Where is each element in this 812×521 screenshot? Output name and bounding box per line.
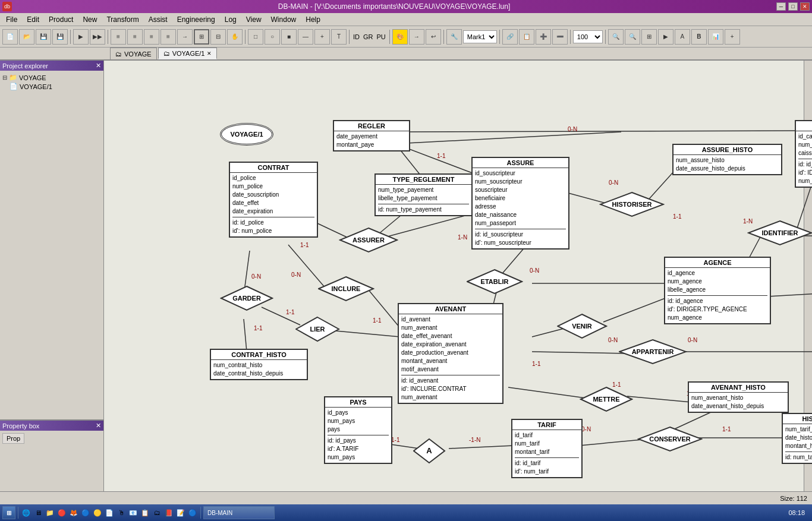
taskbar-icon-10[interactable]: 📧 xyxy=(128,507,139,518)
attr-id-avenant: id_avenant xyxy=(401,315,500,324)
diagram-canvas[interactable]: 0-N 1-1 1-N 0-N 0-N 1-1 0-N 1-1 1-1 1-1 … xyxy=(104,61,812,491)
menu-new[interactable]: New xyxy=(78,13,102,26)
mark-select[interactable]: Mark1 xyxy=(463,30,497,43)
entity-avenant-histo[interactable]: AVENANT_HISTO num_avenant_histo date_ave… xyxy=(688,381,789,413)
line-tool[interactable]: — xyxy=(298,29,313,45)
taskbar-icon-7[interactable]: 🟡 xyxy=(92,507,103,518)
color-btn[interactable]: 🎨 xyxy=(392,29,408,45)
hand-tool[interactable]: ✋ xyxy=(227,29,243,45)
entity-regler[interactable]: REGLER date_payement montant_paye xyxy=(333,120,410,151)
zoom-out[interactable]: 🔍 xyxy=(625,29,640,45)
tree-root[interactable]: ⊟ 📁 VOYAGE xyxy=(2,73,101,82)
align-justify[interactable]: ≡ xyxy=(160,29,176,45)
remove-btn[interactable]: ➖ xyxy=(552,29,568,45)
tab-voyage[interactable]: 🗂 VOYAGE xyxy=(110,48,157,59)
menu-file[interactable]: File xyxy=(1,13,22,26)
arrow-btn[interactable]: → xyxy=(409,29,424,45)
nav-btn[interactable]: ▶ xyxy=(658,29,673,45)
bold-btn[interactable]: B xyxy=(691,29,707,45)
prop-label[interactable]: Prop xyxy=(2,433,24,444)
taskbar-icon-1[interactable]: 🌐 xyxy=(21,507,32,518)
entity-assure-histo[interactable]: ASSURE_HISTO num_assure_histo date_assur… xyxy=(672,144,782,175)
zoom-in[interactable]: 🔍 xyxy=(608,29,624,45)
back-btn[interactable]: ↩ xyxy=(426,29,441,45)
taskbar-icon-14[interactable]: 📝 xyxy=(175,507,186,518)
menu-engineering[interactable]: Engineering xyxy=(172,13,220,26)
attr-num-assure-histo: num_assure_histo xyxy=(676,156,779,165)
font-btn[interactable]: A xyxy=(675,29,690,45)
entity-agence[interactable]: AGENCE id_agence num_agence libelle_agen… xyxy=(664,257,771,324)
fit-btn[interactable]: ⊞ xyxy=(641,29,657,45)
plus-tool[interactable]: + xyxy=(314,29,330,45)
menu-view[interactable]: View xyxy=(241,13,266,26)
attr-num-police: num_police xyxy=(232,182,314,191)
maximize-button[interactable]: □ xyxy=(788,2,798,11)
entity-contrat-histo[interactable]: CONTRAT_HISTO num_contrat_histo date_con… xyxy=(210,349,308,380)
open-button[interactable]: 📂 xyxy=(19,29,34,45)
step-button[interactable]: ▶▶ xyxy=(90,29,105,45)
new-button[interactable]: 📄 xyxy=(2,29,18,45)
save-all-button[interactable]: 💾 xyxy=(52,29,68,45)
link-btn[interactable]: 🔗 xyxy=(502,29,518,45)
er-diagram[interactable]: ⊞ xyxy=(194,29,209,45)
start-button[interactable]: ⊞ xyxy=(2,506,15,519)
align-right[interactable]: ≡ xyxy=(144,29,159,45)
entity-tarif[interactable]: TARIF id_tarif num_tarif montant_tarif i… xyxy=(511,419,583,478)
entity-pays[interactable]: PAYS id_pays num_pays pays id: id_pays i… xyxy=(324,396,392,464)
prop-btn[interactable]: 🔧 xyxy=(446,29,462,45)
taskbar-icon-2[interactable]: 🖥 xyxy=(33,507,43,518)
tab-close-button[interactable]: ✕ xyxy=(207,50,212,56)
save-button[interactable]: 💾 xyxy=(36,29,51,45)
entity-type-reglement[interactable]: TYPE_REGLEMENT num_type_payement libelle… xyxy=(374,173,473,216)
menu-transform[interactable]: Transform xyxy=(102,13,143,26)
voyage1-label: VOYAGE/1 xyxy=(230,131,263,138)
zoom-select[interactable]: 100 xyxy=(573,30,603,43)
attr-id-caisse: id_caisse xyxy=(798,132,812,141)
play-button[interactable]: ▶ xyxy=(73,29,89,45)
taskbar-icon-13[interactable]: 📕 xyxy=(163,507,174,518)
oval-tool[interactable]: ○ xyxy=(265,29,280,45)
taskbar-icon-4[interactable]: 🔴 xyxy=(56,507,67,518)
taskbar-icon-11[interactable]: 📋 xyxy=(140,507,150,518)
taskbar-icon-6[interactable]: 🔵 xyxy=(80,507,91,518)
add-btn[interactable]: ➕ xyxy=(536,29,551,45)
taskbar-active-window[interactable]: DB-MAIN xyxy=(203,506,275,519)
entity-assure[interactable]: ASSURE id_souscripteur num_souscripteur … xyxy=(471,157,569,250)
entity-caisse[interactable]: CAISSE id_caisse num_caisse caissiere id… xyxy=(795,120,812,188)
taskbar-icon-5[interactable]: 🦊 xyxy=(68,507,79,518)
property-box-close-icon[interactable]: ✕ xyxy=(96,422,101,430)
svg-line-19 xyxy=(532,352,627,353)
taskbar-icon-9[interactable]: 🖱 xyxy=(116,507,127,518)
fill-tool[interactable]: ■ xyxy=(281,29,297,45)
window-controls[interactable]: ─ □ ✕ xyxy=(776,2,810,11)
extra-btn[interactable]: + xyxy=(725,29,740,45)
menu-window[interactable]: Window xyxy=(266,13,301,26)
tab-voyage1[interactable]: 🗂 VOYAGE/1 ✕ xyxy=(158,48,218,59)
menu-assist[interactable]: Assist xyxy=(144,13,172,26)
menu-product[interactable]: Product xyxy=(44,13,78,26)
taskbar-icon-8[interactable]: 📄 xyxy=(104,507,115,518)
menu-edit[interactable]: Edit xyxy=(22,13,44,26)
menu-help[interactable]: Help xyxy=(301,13,325,26)
entity-contrat[interactable]: CONTRAT id_police num_police date_souscr… xyxy=(229,162,318,238)
taskbar-icon-12[interactable]: 🗂 xyxy=(152,507,162,518)
panel-close-icon[interactable]: ✕ xyxy=(96,62,101,70)
table-view[interactable]: ⊟ xyxy=(210,29,226,45)
indent[interactable]: → xyxy=(177,29,193,45)
rect-tool[interactable]: □ xyxy=(248,29,263,45)
tab-icon2: 🗂 xyxy=(163,50,170,57)
menu-log[interactable]: Log xyxy=(220,13,241,26)
align-center[interactable]: ≡ xyxy=(127,29,143,45)
attr-id-souscripteur: id_souscripteur xyxy=(475,169,566,178)
chart-btn[interactable]: 📊 xyxy=(708,29,723,45)
tree-child[interactable]: 📄 VOYAGE/1 xyxy=(10,82,101,91)
minimize-button[interactable]: ─ xyxy=(776,2,786,11)
taskbar-icon-15[interactable]: 🔵 xyxy=(187,507,198,518)
align-left[interactable]: ≡ xyxy=(111,29,126,45)
entity-avenant[interactable]: AVENANT id_avenant num_avenant date_effe… xyxy=(398,303,503,404)
text-tool[interactable]: T xyxy=(331,29,347,45)
close-button[interactable]: ✕ xyxy=(800,2,810,11)
entity-historique-tarif[interactable]: HISTORIQUE_TARIF num_tarif_histo date_hi… xyxy=(782,413,812,464)
copy-btn[interactable]: 📋 xyxy=(519,29,534,45)
taskbar-icon-3[interactable]: 📁 xyxy=(45,507,55,518)
